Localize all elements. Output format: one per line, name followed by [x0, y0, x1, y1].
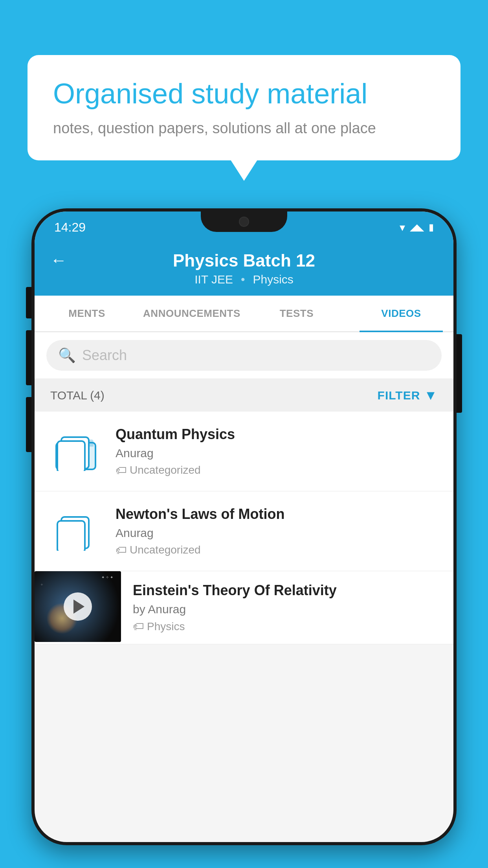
total-count: TOTAL (4)	[50, 389, 105, 402]
signal-icon: ◢◣	[410, 222, 424, 233]
phone-notch	[201, 211, 287, 232]
tab-bar: MENTS ANNOUNCEMENTS TESTS VIDEOS	[35, 296, 453, 332]
video-thumbnail-1	[50, 426, 101, 477]
breadcrumb-separator: •	[241, 273, 245, 286]
filter-funnel-icon: ▼	[424, 388, 438, 403]
tag-icon-3: 🏷	[133, 620, 144, 633]
phone-camera	[239, 217, 249, 227]
header-breadcrumb: IIT JEE • Physics	[194, 273, 294, 286]
video-tag-3: 🏷 Physics	[133, 620, 442, 633]
tab-videos[interactable]: VIDEOS	[349, 296, 453, 331]
search-bar-container: 🔍 Search	[35, 332, 453, 379]
video-title-3: Einstein's Theory Of Relativity	[133, 582, 442, 599]
filter-bar: TOTAL (4) FILTER ▼	[35, 379, 453, 412]
tab-announcements[interactable]: ANNOUNCEMENTS	[139, 296, 244, 331]
tag-label-3: Physics	[147, 620, 185, 633]
video-title-2: Newton's Laws of Motion	[116, 506, 438, 522]
tab-tests[interactable]: TESTS	[244, 296, 349, 331]
video-thumbnail-2	[50, 506, 101, 557]
video-item-3[interactable]: ✦ ✧ ✦ ✧ Einstein's Theory Of Relativity …	[35, 571, 453, 644]
speech-bubble: Organised study material notes, question…	[28, 55, 460, 160]
video-author-1: Anurag	[116, 447, 438, 460]
app-header: ← Physics Batch 12 IIT JEE • Physics	[35, 240, 453, 296]
back-button[interactable]: ←	[50, 251, 67, 270]
phone-inner: 14:29 ▾ ◢◣ ▮ ← Physics Batch 12 IIT JEE …	[35, 211, 453, 842]
status-time: 14:29	[54, 220, 86, 235]
tag-label-1: Uncategorized	[130, 464, 201, 476]
folder-icon-1	[54, 432, 97, 471]
tag-label-2: Uncategorized	[130, 544, 201, 556]
video-info-2: Newton's Laws of Motion Anurag 🏷 Uncateg…	[116, 506, 438, 557]
svg-rect-5	[57, 521, 85, 551]
header-title: Physics Batch 12	[173, 251, 315, 270]
filter-button[interactable]: FILTER ▼	[378, 388, 438, 403]
video-author-3: by Anurag	[133, 603, 442, 616]
video-thumbnail-3: ✦ ✧ ✦ ✧	[35, 571, 121, 642]
breadcrumb-physics: Physics	[253, 273, 293, 286]
bubble-title: Organised study material	[53, 77, 435, 110]
video-item-2[interactable]: Newton's Laws of Motion Anurag 🏷 Uncateg…	[35, 491, 453, 571]
filter-label: FILTER	[378, 389, 420, 402]
video-list: Quantum Physics Anurag 🏷 Uncategorized	[35, 412, 453, 644]
battery-icon: ▮	[429, 222, 434, 233]
search-icon: 🔍	[58, 347, 76, 364]
video-author-2: Anurag	[116, 526, 438, 540]
speech-bubble-container: Organised study material notes, question…	[28, 55, 460, 160]
tag-icon-1: 🏷	[116, 464, 127, 477]
wifi-icon: ▾	[400, 221, 405, 234]
video-info-1: Quantum Physics Anurag 🏷 Uncategorized	[116, 426, 438, 477]
folder-icon-2	[54, 511, 97, 551]
video-title-1: Quantum Physics	[116, 426, 438, 443]
play-triangle-icon	[73, 600, 84, 614]
svg-rect-3	[57, 441, 85, 471]
video-tag-1: 🏷 Uncategorized	[116, 464, 438, 477]
bubble-subtitle: notes, question papers, solutions all at…	[53, 120, 435, 137]
video-tag-2: 🏷 Uncategorized	[116, 544, 438, 557]
tag-icon-2: 🏷	[116, 544, 127, 557]
tab-ments[interactable]: MENTS	[35, 296, 139, 331]
play-button-3[interactable]	[64, 592, 92, 621]
video-item-1[interactable]: Quantum Physics Anurag 🏷 Uncategorized	[35, 412, 453, 491]
search-placeholder-text: Search	[82, 347, 127, 364]
search-bar[interactable]: 🔍 Search	[46, 340, 442, 371]
status-icons: ▾ ◢◣ ▮	[400, 221, 434, 234]
phone-frame: 14:29 ▾ ◢◣ ▮ ← Physics Batch 12 IIT JEE …	[31, 208, 457, 845]
video-info-3: Einstein's Theory Of Relativity by Anura…	[121, 571, 453, 644]
breadcrumb-iitjee: IIT JEE	[194, 273, 233, 286]
